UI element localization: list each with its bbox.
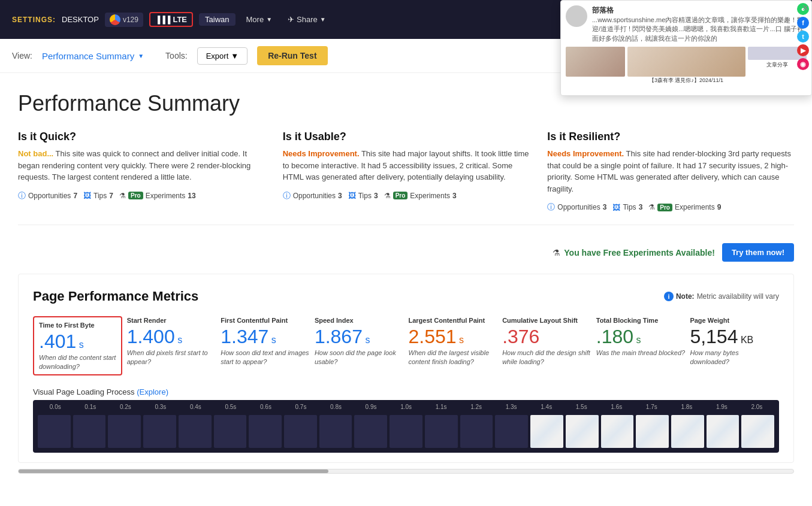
section-divider [18, 225, 794, 225]
timeline-frame-11 [425, 415, 458, 448]
settings-label: SETTINGS: [12, 16, 56, 24]
lte-badge[interactable]: ▐▐▐ LTE [149, 12, 193, 27]
metric-desc: How soon did the page look usable? [315, 349, 404, 366]
popup-avatar [566, 5, 587, 27]
rerun-button[interactable]: Re-Run Test [257, 46, 327, 65]
metric-value: .401 s [39, 332, 116, 351]
resilient-opportunities[interactable]: ⓘ Opportunities 3 [547, 202, 606, 213]
experiments-banner: ⚗ You have Free Experiments Available! T… [18, 237, 794, 268]
usable-opportunities[interactable]: ⓘ Opportunities 3 [283, 190, 342, 201]
popup-text: ...www.sportsunshine.me內容精選過的文章哦，讓你享受揮拍的… [592, 16, 807, 43]
timeline-frame-14 [530, 415, 563, 448]
timeline-tick: 1.1s [424, 404, 459, 410]
metric-value: .180 s [596, 327, 686, 346]
browser-version: v129 [123, 16, 138, 24]
metric-unit: s [633, 335, 641, 345]
popup-thumbnail: 【3森有李 遇見你♪】2024/11/1 文章分享 [566, 47, 807, 84]
summary-grid: Is it Quick? Not bad... This site was qu… [18, 131, 794, 213]
try-now-button[interactable]: Try them now! [722, 243, 794, 262]
timeline-tick: 1.8s [669, 404, 705, 410]
quick-column: Is it Quick? Not bad... This site was qu… [18, 131, 265, 213]
timeline-tick: 1.3s [494, 404, 529, 410]
metric-unit: s [175, 335, 182, 345]
youtube-icon[interactable]: ▶ [797, 44, 809, 56]
metric-name: Total Blocking Time [596, 316, 686, 325]
popup-header: 部落格 ...www.sportsunshine.me內容精選過的文章哦，讓你享… [566, 5, 807, 43]
quick-description: This site was quick to connect and deliv… [18, 149, 250, 181]
view-label: View: [12, 51, 32, 60]
timeline-tick: 0.7s [283, 404, 319, 410]
resilient-tips[interactable]: 🖼 Tips 3 [612, 203, 642, 212]
location-label: Taiwan [205, 15, 229, 24]
facebook-icon[interactable]: f [797, 17, 809, 29]
thumb-caption: 【3森有李 遇見你♪】2024/11/1 [627, 77, 745, 84]
quick-opp-count: 7 [73, 192, 77, 200]
opportunities-icon: ⓘ [18, 190, 26, 201]
metric-name: Speed Index [315, 316, 404, 325]
pro-badge-2: Pro [393, 192, 408, 199]
flask-icon: ⚗ [119, 192, 126, 200]
pro-badge-3: Pro [657, 204, 672, 211]
metrics-note: i Note: Metric availability will vary [664, 292, 779, 301]
quick-experiments[interactable]: ⚗ Pro Experiments 13 [119, 192, 196, 200]
opportunities-icon-2: ⓘ [283, 190, 291, 201]
timeline-frame-4 [179, 415, 212, 448]
timeline-tick: 0.5s [213, 404, 249, 410]
location-badge[interactable]: Taiwan [199, 13, 235, 26]
metric-unit: s [268, 335, 276, 345]
horizontal-scrollbar[interactable] [18, 469, 794, 474]
resilient-tags: ⓘ Opportunities 3 🖼 Tips 3 ⚗ Pro Experim… [547, 202, 794, 213]
metric-name: Page Weight [690, 316, 779, 325]
metrics-grid: Time to First Byte .401 s When did the c… [33, 316, 779, 375]
timeline-frame-2 [108, 415, 141, 448]
thumb-2 [627, 47, 745, 77]
export-button[interactable]: Export ▼ [197, 47, 247, 65]
metric-name: Time to First Byte [39, 321, 116, 329]
timeline-frame-0 [38, 415, 71, 448]
scrollbar-thumb[interactable] [19, 469, 328, 473]
metric-name: First Contentful Paint [221, 316, 310, 325]
timeline-ticks: 0.0s0.1s0.2s0.3s0.4s0.5s0.6s0.7s0.8s0.9s… [33, 404, 779, 410]
visual-label: Visual Page Loading Process (Explore) [33, 387, 779, 396]
timeline-tick: 1.4s [529, 404, 564, 410]
quick-tips[interactable]: 🖼 Tips 7 [83, 191, 113, 200]
popup-close-button[interactable]: ✕ [802, 3, 809, 13]
quick-opportunities[interactable]: ⓘ Opportunities 7 [18, 190, 77, 201]
metric-value: 2.551 s [409, 327, 498, 346]
resilient-tips-count: 3 [639, 203, 643, 211]
usable-tips[interactable]: 🖼 Tips 3 [348, 191, 378, 200]
timeline-tick: 0.4s [178, 404, 213, 410]
usable-tags: ⓘ Opportunities 3 🖼 Tips 3 ⚗ Pro Experim… [283, 190, 530, 201]
quick-status: Not bad... [18, 149, 53, 158]
signal-icon: ▐▐▐ [155, 16, 171, 24]
tips-icon: 🖼 [83, 191, 91, 200]
usable-status: Needs Improvement. [283, 149, 360, 158]
metric-unit: s [76, 340, 83, 350]
metric-unit: KB [738, 335, 753, 345]
timeline: 0.0s0.1s0.2s0.3s0.4s0.5s0.6s0.7s0.8s0.9s… [33, 400, 779, 453]
view-select[interactable]: Performance Summary ▼ [42, 51, 144, 61]
metric-desc: When did pixels first start to appear? [127, 349, 216, 366]
metric-card-2: First Contentful Paint 1.347 s How soon … [221, 316, 310, 375]
chrome-icon [110, 14, 120, 25]
quick-tips-count: 7 [109, 192, 113, 200]
instagram-icon[interactable]: ◉ [797, 58, 809, 70]
timeline-frame-13 [495, 415, 528, 448]
share-button[interactable]: ✈ Share ▼ [283, 13, 331, 26]
metrics-title: Page Performance Metrics [33, 289, 198, 304]
more-button[interactable]: More ▼ [242, 13, 277, 26]
resilient-opp-count: 3 [603, 203, 607, 211]
usable-experiments[interactable]: ⚗ Pro Experiments 3 [384, 192, 457, 200]
timeline-frame-16 [601, 415, 634, 448]
quick-heading: Is it Quick? [18, 131, 265, 143]
twitter-icon[interactable]: t [797, 31, 809, 43]
experiments-text: ⚗ You have Free Experiments Available! [553, 248, 715, 257]
metric-value: 1.347 s [221, 327, 310, 346]
timeline-tick: 0.3s [143, 404, 179, 410]
timeline-frame-5 [214, 415, 247, 448]
export-chevron-icon: ▼ [231, 51, 239, 60]
metric-value: .376 [502, 327, 591, 346]
explore-link[interactable]: (Explore) [137, 387, 168, 396]
metrics-header: Page Performance Metrics i Note: Metric … [33, 289, 779, 304]
resilient-experiments[interactable]: ⚗ Pro Experiments 9 [648, 203, 721, 211]
